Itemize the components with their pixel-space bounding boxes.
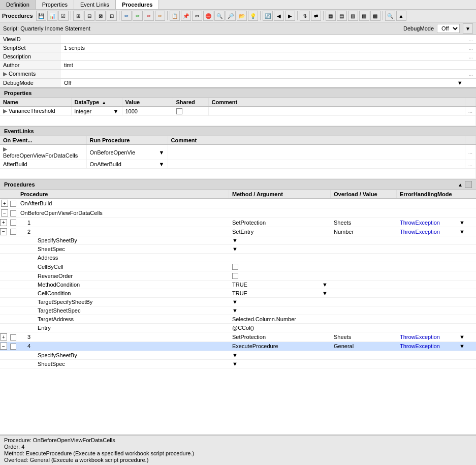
copy-btn[interactable]: 📋 (170, 11, 180, 21)
view-btn-3[interactable]: ▧ (348, 11, 358, 21)
misc-btn-6[interactable]: 💡 (248, 11, 258, 21)
zoom-btn[interactable]: 🔍 (385, 11, 395, 21)
targetsheetspec-dropdown[interactable]: ▼ (232, 307, 238, 314)
methodcondition-dropdown[interactable]: ▼ (322, 282, 328, 288)
step-3-check[interactable] (9, 332, 17, 341)
nav-btn-1[interactable]: 🔄 (263, 11, 273, 21)
arg-address-value[interactable] (229, 257, 331, 259)
tab-procedures[interactable]: Procedures (116, 0, 160, 9)
datatype-dropdown[interactable]: ▼ (113, 108, 119, 114)
step4-specifysheetby-value[interactable]: ▼ (229, 351, 331, 359)
onafterbuild-expand[interactable]: + (0, 199, 9, 208)
arg-methodcondition-value[interactable]: TRUE ▼ (229, 281, 331, 289)
up-btn[interactable]: ▲ (396, 11, 406, 21)
step-4-check[interactable] (9, 342, 17, 351)
prop-value-author[interactable]: timt (61, 61, 466, 70)
grid-btn-3[interactable]: ⊠ (96, 11, 106, 21)
step-2-checkbox[interactable] (10, 229, 16, 235)
targetspecifysheetby-dropdown[interactable]: ▼ (232, 299, 238, 305)
sort-btn-2[interactable]: ⇄ (311, 11, 321, 21)
check-button[interactable]: ☑ (58, 11, 69, 21)
view-btn-5[interactable]: ▩ (370, 11, 380, 21)
specifysheetby-dropdown[interactable]: ▼ (232, 237, 238, 243)
step-2-dropdown[interactable]: ▼ (459, 229, 465, 235)
sort-btn-1[interactable]: ⇅ (300, 11, 310, 21)
step-3-checkbox[interactable] (10, 334, 16, 340)
onbeforeopenview-check[interactable] (9, 209, 17, 218)
step4-sheetspec-dropdown[interactable]: ▼ (232, 361, 238, 367)
misc-btn-5[interactable]: 📂 (237, 11, 247, 21)
step-3-expand[interactable]: + (0, 333, 9, 340)
reverseorder-checkbox[interactable] (232, 273, 238, 279)
step-1-expand[interactable]: + (0, 219, 9, 226)
onbeforeopenview-checkbox[interactable] (10, 210, 16, 216)
tab-definition[interactable]: Definition (0, 0, 36, 9)
debug-mode-select[interactable]: Off On (437, 24, 460, 33)
prop-expand[interactable]: ▶ (3, 108, 7, 114)
step-4-dropdown[interactable]: ▼ (459, 343, 465, 349)
misc-btn-2[interactable]: ⛔ (203, 11, 213, 21)
step-4-collapse-icon[interactable]: − (0, 343, 7, 350)
tab-eventlinks[interactable]: Event Links (74, 0, 116, 9)
grid-btn-2[interactable]: ⊟ (84, 11, 94, 21)
event-expand[interactable]: ▶ (3, 146, 7, 152)
onbeforeopenview-expand[interactable]: − (0, 208, 9, 218)
save-button[interactable]: 💾 (36, 11, 46, 21)
pen-btn-3[interactable]: ✏ (144, 11, 154, 21)
step-4-checkbox[interactable] (10, 344, 16, 350)
paste-btn[interactable]: 📌 (181, 11, 191, 21)
procedure-dropdown[interactable]: ▼ (159, 149, 165, 156)
event-row-1-comment[interactable] (168, 145, 465, 160)
step-1-check[interactable] (9, 218, 17, 227)
event-row-2-procedure[interactable]: OnAfterBuild ▼ (86, 160, 168, 169)
prop-value-viewid[interactable] (61, 35, 466, 44)
step-2-collapse-icon[interactable]: − (0, 228, 7, 235)
cellcondition-dropdown[interactable]: ▼ (322, 290, 328, 296)
step-4-expand[interactable]: − (0, 343, 9, 350)
event-row-1-procedure[interactable]: OnBeforeOpenVie ▼ (86, 145, 168, 160)
step-3-dropdown[interactable]: ▼ (459, 334, 465, 340)
debugmode-dropdown-arrow[interactable]: ▼ (457, 80, 463, 86)
excel-button[interactable]: 📊 (47, 11, 57, 21)
step-1-dropdown[interactable]: ▼ (459, 220, 465, 226)
misc-btn-3[interactable]: 🔍 (214, 11, 225, 21)
arg-targetspecifysheetby-value[interactable]: ▼ (229, 298, 331, 306)
misc-btn-1[interactable]: ✂ (192, 11, 202, 21)
prop-row-datatype[interactable]: integer ▼ (71, 107, 122, 116)
arg-targetaddress-value[interactable]: Selected.Column.Number (229, 315, 331, 323)
pen-btn-4[interactable]: ✏ (155, 11, 165, 21)
step4-sheetspec-value[interactable]: ▼ (229, 360, 331, 368)
tab-properties[interactable]: Properties (36, 0, 74, 9)
prop-value-description[interactable] (61, 52, 466, 61)
arg-cellcondition-value[interactable]: TRUE ▼ (229, 289, 331, 297)
arg-reverseorder-value[interactable] (229, 271, 331, 280)
arg-cellbycell-value[interactable] (229, 262, 331, 271)
event-row-2-comment[interactable] (168, 160, 465, 169)
sheetspec-dropdown[interactable]: ▼ (232, 246, 238, 252)
step-2-check[interactable] (9, 227, 17, 236)
step-2-error-text[interactable]: ThrowException (400, 229, 440, 235)
prop-value-scriptset[interactable]: 1 scripts (61, 44, 466, 52)
step-2-expand[interactable]: − (0, 228, 9, 235)
prop-value-debugmode[interactable]: Off ▼ (61, 79, 466, 87)
step-3-expand-icon[interactable]: + (0, 333, 7, 340)
nav-btn-3[interactable]: ▶ (285, 11, 295, 21)
prop-row-shared[interactable] (173, 107, 208, 116)
step-4-error-text[interactable]: ThrowException (400, 343, 440, 349)
step-1-expand-icon[interactable]: + (0, 219, 7, 226)
view-btn-4[interactable]: ▨ (359, 11, 369, 21)
procedure-dropdown-2[interactable]: ▼ (159, 161, 165, 167)
arg-entry-value[interactable]: @CCol() (229, 324, 331, 332)
shared-checkbox[interactable] (176, 108, 182, 114)
misc-btn-4[interactable]: 🔎 (226, 11, 236, 21)
pen-btn-1[interactable]: ✏ (121, 11, 132, 21)
step-3-error-text[interactable]: ThrowException (400, 334, 440, 340)
cellbycell-checkbox[interactable] (232, 264, 238, 270)
arg-specifysheetby-value[interactable]: ▼ (229, 236, 331, 244)
comments-expand-arrow[interactable]: ▶ (3, 71, 7, 77)
prop-value-comments[interactable] (61, 70, 466, 79)
step-1-error-text[interactable]: ThrowException (400, 220, 440, 226)
onafterbuild-check[interactable] (9, 199, 17, 208)
view-btn-2[interactable]: ▤ (337, 11, 347, 21)
arg-targetsheetspec-value[interactable]: ▼ (229, 306, 331, 315)
